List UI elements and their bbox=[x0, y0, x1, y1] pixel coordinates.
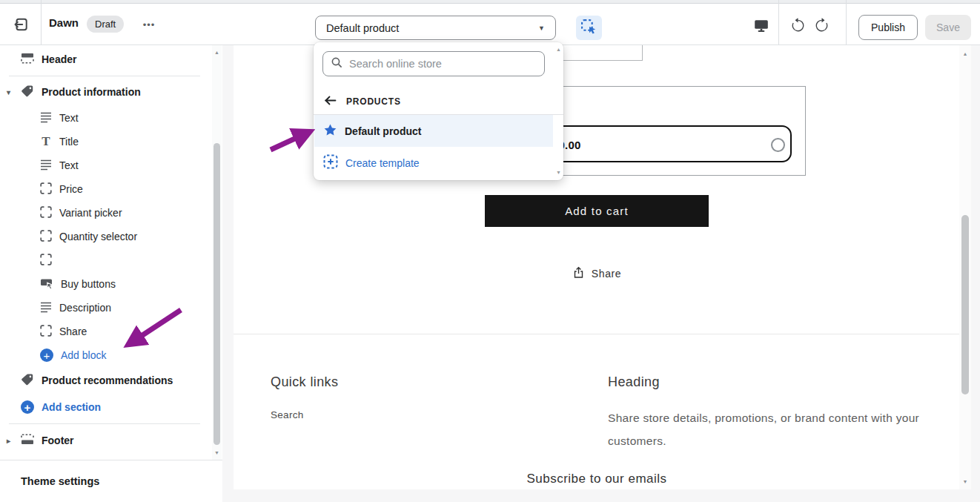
footer-heading-body: Share store details, promotions, or bran… bbox=[608, 406, 927, 452]
chevron-right-icon[interactable]: ▸ bbox=[7, 437, 10, 445]
redo-button[interactable] bbox=[810, 15, 832, 39]
quantity-input-partial[interactable] bbox=[560, 45, 643, 61]
sidebar-add-block[interactable]: + Add block bbox=[0, 343, 209, 367]
add-icon: + bbox=[40, 349, 53, 362]
back-arrow-icon[interactable] bbox=[323, 93, 337, 110]
scroll-up-icon[interactable]: ▲ bbox=[554, 47, 563, 52]
scroll-down-icon[interactable]: ▼ bbox=[959, 479, 971, 484]
sidebar-block-description[interactable]: Description bbox=[0, 296, 209, 320]
status-badge: Draft bbox=[87, 16, 124, 33]
sidebar-divider bbox=[9, 76, 200, 76]
template-selector[interactable]: Default product ▼ bbox=[315, 16, 556, 40]
undo-icon bbox=[790, 18, 806, 36]
save-button[interactable]: Save bbox=[925, 15, 971, 40]
sidebar-item-product-information[interactable]: ▾ Product information bbox=[0, 80, 209, 104]
price-option-radio[interactable] bbox=[771, 138, 785, 152]
dropdown-item-create-template[interactable]: Create template bbox=[314, 147, 553, 179]
app-block-icon bbox=[40, 182, 52, 196]
sidebar-scrollbar-thumb[interactable] bbox=[213, 143, 220, 445]
scroll-down-icon[interactable]: ▼ bbox=[212, 450, 222, 455]
footer-quick-links-title: Quick links bbox=[271, 374, 338, 390]
dropdown-item-default-product[interactable]: Default product bbox=[314, 115, 553, 147]
app-block-icon bbox=[40, 325, 52, 339]
search-icon bbox=[331, 56, 343, 72]
chevron-down-icon: ▼ bbox=[538, 24, 545, 32]
newsletter-title: Subscribe to our emails bbox=[234, 472, 960, 486]
sidebar-block-text[interactable]: Text bbox=[0, 153, 209, 177]
tag-icon bbox=[21, 85, 34, 100]
theme-settings-button[interactable]: Theme settings bbox=[0, 460, 222, 502]
scroll-up-icon[interactable]: ▲ bbox=[212, 50, 222, 55]
exit-icon bbox=[13, 16, 29, 35]
sidebar-block-variant-picker[interactable]: Variant picker bbox=[0, 201, 209, 225]
text-block-icon bbox=[40, 301, 52, 315]
exit-editor-button[interactable] bbox=[9, 13, 33, 37]
title-block-icon: T bbox=[40, 136, 52, 148]
search-box bbox=[322, 51, 545, 76]
device-preview-button[interactable] bbox=[747, 14, 775, 39]
desktop-monitor-icon bbox=[753, 18, 769, 36]
more-dots-icon: ••• bbox=[143, 19, 156, 30]
more-actions-button[interactable]: ••• bbox=[138, 13, 160, 36]
share-icon bbox=[572, 266, 585, 281]
footer-search-link[interactable]: Search bbox=[271, 409, 304, 420]
scroll-down-icon[interactable]: ▼ bbox=[554, 170, 563, 175]
footer-divider bbox=[234, 334, 960, 334]
add-to-cart-button[interactable]: Add to cart bbox=[485, 195, 709, 227]
products-section-label: PRODUCTS bbox=[346, 96, 401, 107]
template-selector-value: Default product bbox=[326, 22, 399, 34]
topbar: Dawn Draft ••• Default product ▼ Publish… bbox=[0, 4, 980, 45]
chevron-down-icon[interactable]: ▾ bbox=[7, 88, 10, 96]
buy-buttons-icon bbox=[40, 277, 53, 292]
topbar-divider bbox=[846, 0, 847, 44]
sidebar-block-text[interactable]: Text bbox=[0, 106, 209, 130]
footer-section-icon bbox=[21, 434, 34, 447]
inspect-element-button[interactable] bbox=[576, 16, 602, 40]
text-block-icon bbox=[40, 159, 52, 173]
preview-scrollbar[interactable]: ▲ ▼ bbox=[959, 45, 971, 489]
sidebar-item-product-recommendations[interactable]: Product recommendations bbox=[0, 369, 209, 392]
preview-scrollbar-thumb[interactable] bbox=[961, 215, 969, 394]
app-block-icon bbox=[40, 230, 52, 244]
sidebar-scrollbar[interactable]: ▲ ▼ bbox=[212, 45, 222, 460]
sidebar-divider bbox=[9, 423, 200, 424]
template-dropdown-panel: PRODUCTS Default product Create template… bbox=[314, 42, 563, 180]
sidebar-item-footer[interactable]: ▸ Footer bbox=[0, 429, 209, 452]
inspector-cursor-icon bbox=[580, 19, 597, 38]
sidebar-item-header[interactable]: Header bbox=[0, 47, 209, 71]
sidebar-block-unnamed[interactable] bbox=[0, 248, 209, 272]
sections-sidebar: Header ▾ Product information Text T Titl… bbox=[0, 45, 222, 460]
search-input[interactable] bbox=[349, 58, 537, 70]
scroll-up-icon[interactable]: ▲ bbox=[959, 51, 971, 56]
add-icon: + bbox=[21, 400, 34, 414]
topbar-divider bbox=[778, 0, 779, 44]
sidebar-block-title[interactable]: T Title bbox=[0, 130, 209, 153]
sidebar-block-price[interactable]: Price bbox=[0, 177, 209, 201]
theme-name: Dawn bbox=[49, 16, 79, 29]
topbar-divider bbox=[41, 0, 42, 44]
sidebar-add-section[interactable]: + Add section bbox=[0, 395, 209, 419]
sidebar-block-buy-buttons[interactable]: Buy buttons bbox=[0, 272, 209, 296]
undo-button[interactable] bbox=[787, 15, 809, 39]
share-link[interactable]: Share bbox=[234, 266, 960, 281]
products-back-header[interactable]: PRODUCTS bbox=[314, 89, 563, 114]
app-block-icon bbox=[40, 254, 52, 268]
redo-icon bbox=[814, 18, 830, 36]
footer-heading-title: Heading bbox=[608, 374, 660, 390]
header-section-icon bbox=[21, 53, 34, 66]
sidebar-block-quantity-selector[interactable]: Quantity selector bbox=[0, 225, 209, 248]
text-block-icon bbox=[40, 111, 52, 125]
tag-icon bbox=[21, 373, 34, 389]
app-block-icon bbox=[40, 206, 52, 220]
sidebar-block-share[interactable]: Share bbox=[0, 320, 209, 343]
star-icon bbox=[323, 123, 337, 139]
publish-button[interactable]: Publish bbox=[858, 15, 918, 40]
share-label: Share bbox=[592, 268, 621, 280]
create-template-icon bbox=[323, 154, 338, 171]
